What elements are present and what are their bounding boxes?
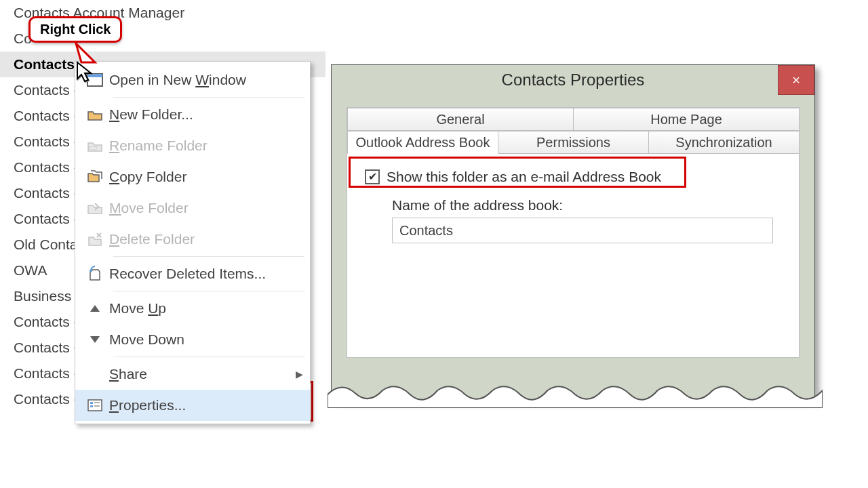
- address-book-name-value: Contacts: [399, 223, 453, 239]
- context-menu-item[interactable]: Move Down: [75, 324, 310, 355]
- svg-marker-0: [76, 43, 95, 62]
- outlook-address-book-panel: ✔ Show this folder as an e-mail Address …: [347, 154, 799, 357]
- right-click-callout: Right Click: [28, 16, 122, 43]
- delete-icon: [81, 232, 109, 247]
- svg-marker-1: [77, 62, 91, 81]
- down-icon: [81, 335, 109, 344]
- cursor-icon: [76, 61, 95, 87]
- move-icon: [81, 201, 109, 215]
- show-as-address-book-label: Show this folder as an e-mail Address Bo…: [387, 169, 661, 185]
- up-icon: [81, 304, 109, 313]
- context-menu-label: Move Down: [109, 331, 306, 348]
- contacts-properties-dialog: Contacts Properties × GeneralHome Page O…: [331, 64, 815, 401]
- callout-text: Right Click: [40, 22, 111, 37]
- context-menu-item[interactable]: Open in New Window: [75, 64, 310, 96]
- context-menu-label: Properties...: [109, 397, 306, 413]
- context-menu-item: Delete Folder: [75, 224, 310, 255]
- context-menu-item[interactable]: Share▶: [75, 359, 310, 390]
- close-icon: ×: [792, 73, 800, 88]
- context-menu-label: Open in New Window: [109, 72, 306, 88]
- svg-marker-5: [90, 305, 100, 312]
- copy-icon: [81, 169, 109, 184]
- dialog-title: Contacts Properties: [332, 65, 814, 95]
- context-menu-label: Move Folder: [109, 200, 306, 216]
- svg-rect-8: [90, 402, 93, 404]
- context-menu-item[interactable]: Properties...: [75, 390, 310, 421]
- svg-marker-6: [90, 336, 100, 343]
- context-menu-separator: [113, 97, 304, 98]
- context-menu-label: Share: [109, 366, 292, 382]
- context-menu-label: Move Up: [109, 300, 306, 317]
- folder-context-menu: Open in New WindowNew Folder...Rename Fo…: [75, 61, 311, 424]
- svg-rect-4: [90, 147, 96, 149]
- tab-outlook-address-book[interactable]: Outlook Address Book: [347, 131, 498, 154]
- tab-row-2: Outlook Address BookPermissionsSynchroni…: [347, 131, 799, 154]
- context-menu-item[interactable]: Recover Deleted Items...: [75, 258, 310, 289]
- context-menu-label: Delete Folder: [109, 231, 306, 247]
- context-menu-label: Recover Deleted Items...: [109, 266, 306, 282]
- context-menu-item[interactable]: Copy Folder: [75, 161, 310, 192]
- tab-permissions[interactable]: Permissions: [498, 131, 649, 154]
- context-menu-item[interactable]: Move Up: [75, 293, 310, 324]
- context-menu-label: Rename Folder: [109, 138, 306, 154]
- address-book-name-label: Name of the address book:: [392, 197, 785, 214]
- context-menu-item: Rename Folder: [75, 130, 310, 161]
- close-button[interactable]: ×: [778, 65, 814, 95]
- props-icon: [81, 399, 109, 412]
- context-menu-separator: [113, 357, 304, 357]
- tab-row-1: GeneralHome Page: [347, 108, 799, 131]
- folder-icon: [81, 108, 109, 121]
- context-menu-label: Copy Folder: [109, 169, 306, 185]
- context-menu-item: Move Folder: [75, 192, 310, 224]
- dialog-body: GeneralHome Page Outlook Address BookPer…: [347, 107, 800, 358]
- show-as-address-book-row[interactable]: ✔ Show this folder as an e-mail Address …: [361, 166, 785, 188]
- recover-icon: [81, 266, 109, 282]
- svg-rect-9: [90, 405, 93, 407]
- context-menu-separator: [113, 256, 304, 257]
- tab-general[interactable]: General: [347, 108, 574, 131]
- tab-synchronization[interactable]: Synchronization: [648, 131, 800, 154]
- show-as-address-book-checkbox[interactable]: ✔: [365, 169, 380, 184]
- tab-home-page[interactable]: Home Page: [573, 108, 800, 131]
- context-menu-item[interactable]: New Folder...: [75, 99, 310, 130]
- torn-edge: [328, 381, 823, 408]
- rename-icon: [81, 139, 109, 152]
- context-menu-label: New Folder...: [109, 106, 306, 123]
- context-menu-separator: [113, 291, 304, 291]
- submenu-arrow-icon: ▶: [292, 369, 306, 380]
- dialog-title-text: Contacts Properties: [502, 70, 645, 89]
- address-book-name-input[interactable]: Contacts: [392, 218, 773, 243]
